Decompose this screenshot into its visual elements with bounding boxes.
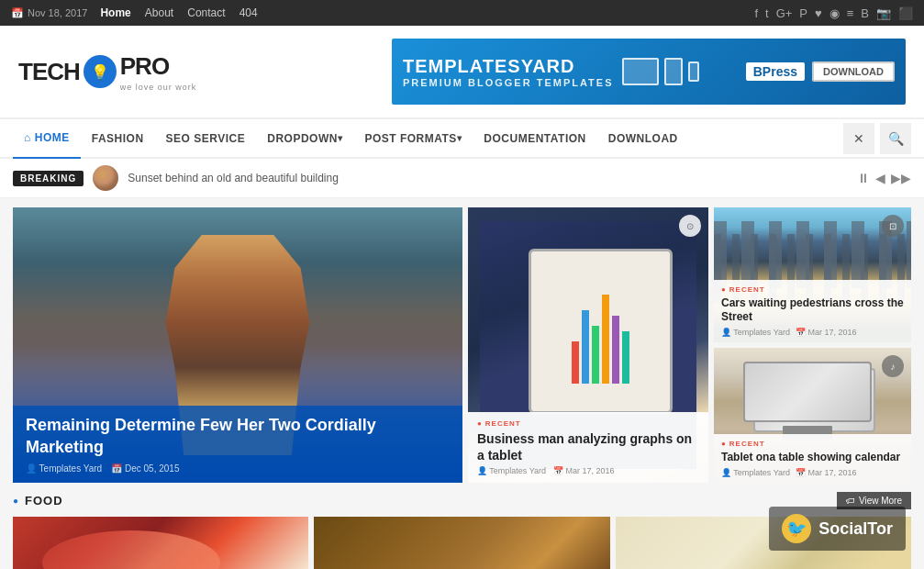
center-date: 📅 Mar 17, 2016 — [553, 466, 615, 475]
heart-icon[interactable]: ♥ — [815, 6, 822, 20]
logo-pro: PRO — [120, 52, 169, 80]
behance-icon[interactable]: B — [861, 6, 869, 20]
top-bar-left: 📅 Nov 18, 2017 Home About Contact 404 — [11, 6, 258, 19]
right-bottom-title: Tablet ona table showing calendar — [721, 451, 904, 465]
nav-dropdown[interactable]: DROPDOWN — [256, 118, 353, 159]
prev-icon[interactable]: ◀ — [875, 171, 885, 185]
breaking-bar: BREAKING Sunset behind an old and beauti… — [0, 159, 924, 198]
top-bar: 📅 Nov 18, 2017 Home About Contact 404 f … — [0, 0, 924, 26]
featured-main-date: 📅 Dec 05, 2015 — [111, 463, 179, 474]
center-article-icon: ⊙ — [679, 215, 701, 237]
logo-pro-container: PRO we love our work — [120, 52, 197, 92]
device-phone-icon — [688, 61, 699, 82]
food-item-2[interactable] — [314, 517, 609, 569]
banner-ad[interactable]: TEMPLATESYARD PREMIUM BLOGGER TEMPLATES … — [392, 39, 906, 105]
nav-fashion[interactable]: FASHION — [81, 118, 155, 159]
food-item-1[interactable] — [13, 517, 308, 569]
center-author: 👤 Templates Yard — [477, 466, 546, 475]
watermark-icon: 🐦 — [782, 514, 811, 543]
right-top-author: 👤 Templates Yard — [721, 328, 790, 337]
right-top-icon: ⊡ — [882, 215, 904, 237]
top-nav-about[interactable]: About — [145, 6, 173, 19]
logo-tagline: we love our work — [120, 83, 197, 92]
twitter-icon[interactable]: t — [765, 6, 769, 20]
top-bar-social: f t G+ P ♥ ◉ ≡ B 📷 ⬛ — [754, 6, 913, 20]
center-recent-badge: RECENT — [477, 419, 699, 428]
center-caption: RECENT Business man analyzing graphs on … — [468, 412, 708, 483]
facebook-icon[interactable]: f — [754, 6, 758, 20]
device-tablet-icon — [664, 58, 683, 85]
right-top-recent: RECENT — [721, 285, 904, 294]
breaking-badge: BREAKING — [13, 171, 83, 186]
food-section-title: FOOD — [13, 494, 63, 508]
center-article-meta: 👤 Templates Yard 📅 Mar 17, 2016 — [477, 466, 699, 475]
breaking-controls: ⏸ ◀ ▶▶ — [857, 171, 911, 185]
center-article[interactable]: ⊙ RECENT Business man analyzing graphs o… — [468, 207, 708, 483]
other-icon[interactable]: ⬛ — [898, 6, 913, 20]
rss-icon[interactable]: ≡ — [847, 6, 854, 20]
nav-download[interactable]: DOWNLOAD — [597, 118, 689, 159]
featured-main-title: Remaining Determine Few Her Two Cordiall… — [26, 415, 450, 458]
date-text: Nov 18, 2017 — [28, 7, 87, 18]
top-nav-home[interactable]: Home — [100, 6, 130, 19]
header: TECH 💡 PRO we love our work TEMPLATESYAR… — [0, 26, 924, 118]
nav-bar: ⌂ HOME FASHION SEO SERVICE DROPDOWN POST… — [0, 118, 924, 159]
nav-home[interactable]: ⌂ HOME — [13, 118, 81, 159]
banner-brand: TEMPLATESYARD — [403, 56, 613, 77]
top-nav-contact[interactable]: Contact — [187, 6, 225, 19]
right-bottom-author: 👤 Templates Yard — [721, 468, 790, 477]
center-article-title: Business man analyzing graphs on a table… — [477, 430, 699, 463]
share-button[interactable]: ✕ — [843, 123, 874, 154]
featured-center: ⊙ RECENT Business man analyzing graphs o… — [468, 207, 708, 483]
next-icon[interactable]: ▶▶ — [891, 171, 911, 185]
right-bottom-caption: RECENT Tablet ona table showing calendar… — [714, 434, 911, 483]
tag-icon: 🏷 — [846, 496, 855, 506]
breaking-text: Sunset behind an old and beautiful build… — [128, 172, 339, 184]
right-bottom-meta: 👤 Templates Yard 📅 Mar 17, 2016 — [721, 468, 904, 477]
calendar-icon: 📅 — [11, 7, 24, 19]
device-monitor-icon — [622, 58, 659, 85]
featured-main-meta: 👤 Templates Yard 📅 Dec 05, 2015 — [26, 463, 450, 474]
featured-main-caption: Remaining Determine Few Her Two Cordiall… — [13, 406, 462, 483]
right-top-caption: RECENT Cars waiting pedestrians cross th… — [714, 280, 911, 342]
nav-documentation[interactable]: DOCUMENTATION — [473, 118, 596, 159]
banner-right: BPress DOWNLOAD — [746, 61, 895, 82]
featured-right: ⊡ RECENT Cars waiting pedestrians cross … — [714, 207, 911, 483]
main-nav: ⌂ HOME FASHION SEO SERVICE DROPDOWN POST… — [13, 118, 689, 159]
pinterest-icon[interactable]: P — [799, 6, 807, 20]
featured-main-author: 👤 Templates Yard — [26, 463, 102, 474]
right-top-date: 📅 Mar 17, 2016 — [796, 328, 857, 337]
banner-brand-text: TEMPLATESYARD PREMIUM BLOGGER TEMPLATES — [403, 56, 613, 88]
watermark: 🐦 SocialTor — [769, 507, 906, 551]
right-top-article[interactable]: ⊡ RECENT Cars waiting pedestrians cross … — [714, 207, 911, 342]
download-button[interactable]: DOWNLOAD — [812, 61, 895, 82]
home-icon: ⌂ — [24, 131, 31, 144]
banner-sub: PREMIUM BLOGGER TEMPLATES — [403, 77, 613, 88]
nav-action-icons: ✕ 🔍 — [843, 123, 911, 154]
featured-main-article[interactable]: Remaining Determine Few Her Two Cordiall… — [13, 207, 462, 483]
logo-tech: TECH — [18, 58, 80, 86]
nav-seo-service[interactable]: SEO SERVICE — [155, 118, 257, 159]
top-nav: Home About Contact 404 — [100, 6, 257, 19]
banner-devices — [622, 58, 699, 85]
search-button[interactable]: 🔍 — [880, 123, 911, 154]
logo-icon: 💡 — [83, 55, 117, 88]
instagram-icon[interactable]: 📷 — [876, 6, 891, 20]
watermark-text: SocialTor — [818, 519, 893, 539]
bpress-logo: BPress — [746, 62, 805, 81]
date-display: 📅 Nov 18, 2017 — [11, 7, 87, 19]
top-nav-404[interactable]: 404 — [239, 6, 258, 19]
featured-grid: Remaining Determine Few Her Two Cordiall… — [13, 207, 911, 483]
breaking-avatar — [93, 165, 118, 191]
right-top-title: Cars waiting pedestrians cross the Stree… — [721, 296, 904, 325]
google-plus-icon[interactable]: G+ — [776, 6, 793, 20]
right-bottom-date: 📅 Mar 17, 2016 — [796, 468, 857, 477]
right-bottom-icon: ♪ — [882, 355, 904, 377]
nav-post-formats[interactable]: POST FORMATS — [353, 118, 473, 159]
right-bottom-recent: RECENT — [721, 440, 904, 448]
right-bottom-article[interactable]: ♪ RECENT Tablet ona table showing calend… — [714, 348, 911, 483]
logo: TECH 💡 PRO we love our work — [18, 52, 196, 92]
pause-icon[interactable]: ⏸ — [857, 171, 870, 185]
dribbble-icon[interactable]: ◉ — [829, 6, 840, 20]
right-top-meta: 👤 Templates Yard 📅 Mar 17, 2016 — [721, 328, 904, 337]
